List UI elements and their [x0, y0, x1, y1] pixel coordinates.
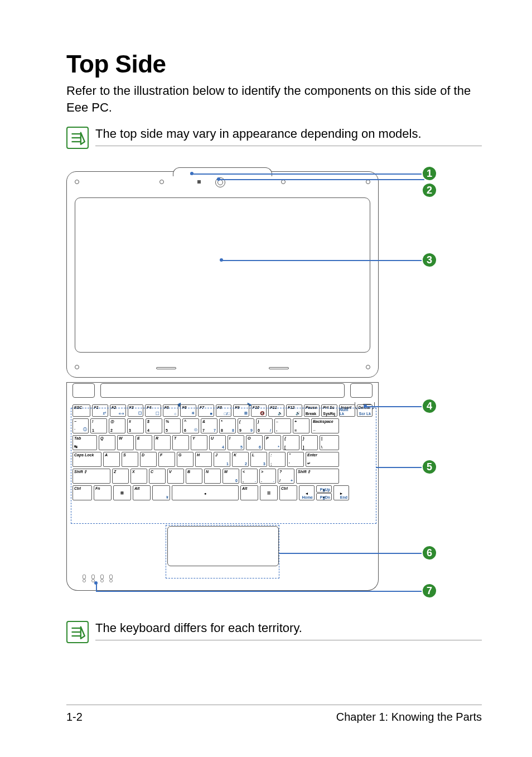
note-top: The top side may vary in appearance depe…: [66, 126, 482, 149]
callout-7-badge: 7: [422, 583, 437, 599]
callout-2-badge: 2: [422, 182, 437, 198]
note-bottom: The keyboard differs for each territory.: [66, 620, 482, 643]
callout-3-badge: 3: [422, 252, 437, 268]
chapter-title: Chapter 1: Knowing the Parts: [336, 711, 482, 724]
display-panel: [75, 197, 370, 353]
callout-5-badge: 5: [422, 459, 437, 475]
page-title: Top Side: [66, 50, 482, 78]
status-leds: [83, 579, 113, 582]
note-top-text: The top side may vary in appearance depe…: [95, 126, 482, 146]
page-number: 1-2: [66, 711, 83, 724]
callout-1-badge: 1: [422, 166, 437, 181]
callout-4-badge: 4: [422, 398, 437, 414]
note-icon: [66, 127, 89, 149]
note-bottom-text: The keyboard differs for each territory.: [95, 620, 482, 640]
page-footer: 1-2 Chapter 1: Knowing the Parts: [66, 705, 482, 724]
note-icon: [66, 621, 89, 643]
intro-paragraph: Refer to the illustration below to ident…: [66, 83, 482, 115]
callout-6-badge: 6: [422, 545, 437, 561]
laptop-lid: [66, 171, 379, 378]
laptop-diagram: ◄ ► ESCF1zᶻF2«∙»F3☐F4⬚F5☼F6☀F7■F8□/□F9⊞F…: [66, 162, 434, 597]
